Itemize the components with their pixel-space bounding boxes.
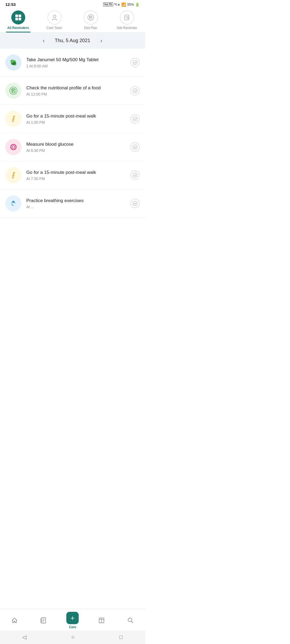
svg-rect-2 [15,18,18,20]
check-icon [133,60,137,65]
tab-all-reminders-icon-wrap [11,10,25,24]
reminder-content: Go for a 15-minute post-meal walk At 7:3… [26,170,126,181]
status-icons: VoLTE ⁴G▲ 📶 35% 🔋 [103,2,140,7]
reminder-item[interactable]: Go for a 15-minute post-meal walk At 1:0… [0,105,145,133]
check-icon [133,145,137,149]
reminder-time: At 12:00 PM [26,92,126,96]
tab-add-reminder[interactable]: Add Reminder [115,10,139,32]
svg-rect-3 [19,18,21,20]
svg-point-22 [133,89,137,93]
svg-point-5 [88,14,94,20]
reminder-check[interactable] [130,58,140,67]
reminder-check[interactable] [130,142,140,152]
reminder-title: Check the nutritional profile of a food [26,85,126,91]
reminder-item[interactable]: Measure blood glucose At 6:30 PM [0,133,145,161]
reminder-title: Practice breathing exercises [26,198,126,204]
check-icon [133,173,137,178]
check-icon [133,116,137,121]
svg-point-31 [13,201,14,203]
tab-care-team-icon-wrap [48,10,61,24]
reminder-list: Take Janumet 50 Mg/500 Mg Tablet 1 At 8:… [0,49,145,218]
reminder-icon-breathe [5,195,21,211]
reminder-icon-pill [5,54,21,71]
reminder-icon-food [5,83,21,99]
4g-icon: ⁴G▲ [114,3,120,6]
volte-icon: VoLTE [103,2,113,6]
reminder-content: Go for a 15-minute post-meal walk At 1:0… [26,113,126,125]
walk-icon [9,115,18,123]
reminder-title: Go for a 15-minute post-meal walk [26,170,126,176]
reminder-time: At 7:30 PM [26,177,126,181]
tab-all-reminders-label: All Reminders [7,26,29,30]
battery-text: 35% [127,2,134,6]
svg-point-28 [13,172,15,174]
reminder-time: At ... [26,205,126,209]
signal-icon: 📶 [121,2,126,7]
reminder-content: Practice breathing exercises At ... [26,198,126,209]
reminder-title: Measure blood glucose [26,141,126,148]
svg-point-17 [133,60,137,65]
person-icon [51,14,58,21]
battery-icon: 🔋 [135,2,140,7]
glucose-icon [9,143,18,151]
breathe-icon [9,199,18,208]
reminder-title: Take Janumet 50 Mg/500 Mg Tablet [26,57,126,63]
next-date-arrow[interactable]: › [98,36,104,45]
svg-point-25 [11,144,16,150]
reminder-check[interactable] [130,199,140,208]
tab-care-team[interactable]: Care Team [42,10,67,32]
svg-rect-1 [19,14,21,17]
prev-date-arrow[interactable]: ‹ [41,36,47,45]
reminder-item[interactable]: Go for a 15-minute post-meal walk At 7:3… [0,161,145,189]
reminder-content: Check the nutritional profile of a food … [26,85,126,97]
edit-icon [124,14,130,21]
date-nav: ‹ Thu, 5 Aug 2021 › [0,33,145,49]
tab-add-reminder-icon-wrap [120,10,134,24]
svg-point-4 [53,15,56,18]
status-bar: 12:53 VoLTE ⁴G▲ 📶 35% 🔋 [0,0,145,8]
reminder-icon-walk2 [5,167,21,183]
reminder-title: Go for a 15-minute post-meal walk [26,113,126,119]
check-icon [133,201,137,206]
grid-icon [15,14,22,21]
svg-point-29 [133,173,137,177]
svg-rect-0 [15,14,18,17]
current-date: Thu, 5 Aug 2021 [55,38,90,43]
status-time: 12:53 [5,2,16,7]
top-nav: All Reminders Care Team Diet Plan [0,8,145,33]
tab-all-reminders[interactable]: All Reminders [6,10,30,32]
reminder-check[interactable] [130,114,140,123]
svg-point-26 [12,146,15,148]
check-icon [133,88,137,93]
reminder-icon-walk [5,111,21,127]
svg-point-27 [133,145,137,149]
reminder-content: Measure blood glucose At 6:30 PM [26,141,126,153]
reminder-item[interactable]: Take Janumet 50 Mg/500 Mg Tablet 1 At 8:… [0,49,145,77]
reminder-time: At 6:30 PM [26,148,126,153]
tab-diet-plan-label: Diet Plan [84,26,97,30]
food-icon [9,86,18,95]
reminder-item[interactable]: Check the nutritional profile of a food … [0,77,145,105]
svg-point-23 [13,116,15,117]
tab-care-team-label: Care Team [46,26,62,30]
svg-point-18 [10,87,17,94]
reminder-check[interactable] [130,86,140,95]
tab-diet-plan-icon-wrap [84,10,98,24]
svg-point-24 [133,117,137,121]
reminder-time: At 1:00 PM [26,120,126,125]
reminder-icon-glucose [5,139,21,155]
walk-icon [9,171,18,180]
tab-add-reminder-label: Add Reminder [117,26,137,30]
reminder-check[interactable] [130,171,140,180]
pill-icon [9,58,18,67]
reminder-item[interactable]: Practice breathing exercises At ... [0,189,145,218]
svg-point-32 [133,201,137,206]
reminder-time: 1 At 8:00 AM [26,64,126,68]
fork-icon [87,14,94,21]
reminder-content: Take Janumet 50 Mg/500 Mg Tablet 1 At 8:… [26,57,126,68]
tab-diet-plan[interactable]: Diet Plan [79,10,103,32]
